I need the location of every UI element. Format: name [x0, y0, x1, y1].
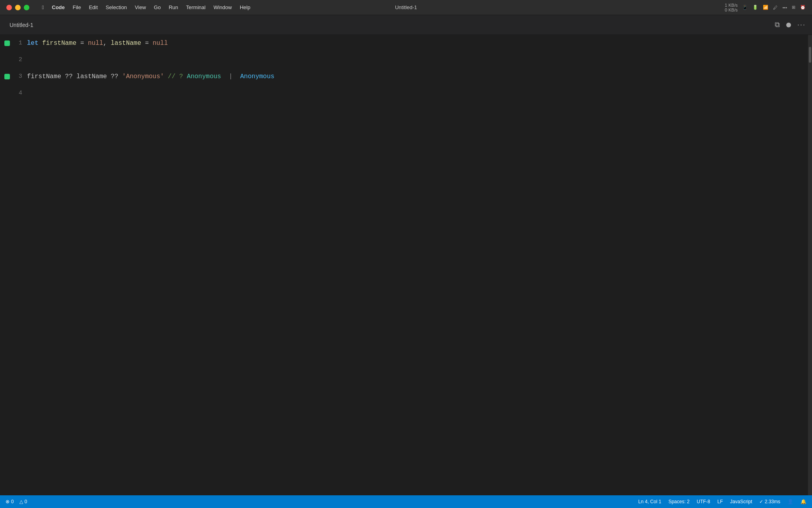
controlcenter-icon: ⊞	[792, 5, 795, 10]
token-null1: null	[88, 40, 103, 47]
code-content[interactable]: 1 let firstName = null, lastName = null …	[0, 35, 808, 495]
warning-count: 0	[25, 499, 27, 504]
siri-icon: ⏰	[800, 5, 806, 10]
menu-edit[interactable]: Edit	[86, 4, 101, 11]
token-fn: firstName	[27, 73, 61, 80]
editor-line-4: 4	[3, 85, 808, 102]
notifications-icon[interactable]: 🔔	[801, 499, 806, 504]
code-line-1: let firstName = null, lastName = null	[27, 35, 168, 52]
token-null2: null	[153, 40, 168, 47]
token-result1: Anonymous	[187, 73, 221, 80]
wifi-icon: 📶	[763, 5, 768, 10]
spaces[interactable]: Spaces: 2	[668, 499, 689, 504]
status-left: ⊗ 0 △ 0	[6, 499, 27, 504]
errors-item[interactable]: ⊗ 0	[6, 499, 14, 504]
finder-icon: 🖊	[773, 5, 778, 10]
window-title: Untitled-1	[395, 4, 417, 10]
menu-go[interactable]: Go	[151, 4, 164, 11]
line-number-4: 4	[11, 85, 27, 102]
menu-window[interactable]: Window	[210, 4, 235, 11]
status-bar: ⊗ 0 △ 0 Ln 4, Col 1 Spaces: 2 UTF-8 LF J…	[0, 495, 812, 508]
token-result2: Anonymous	[240, 73, 274, 80]
line-number-3: 3	[11, 68, 27, 85]
menu-help[interactable]: Help	[237, 4, 254, 11]
token-nullish2: ??	[107, 73, 122, 80]
accounts-icon[interactable]: 👤	[787, 499, 793, 504]
token-let: let	[27, 40, 42, 47]
title-bar-right: 1 KB/s 0 KB/s 📱 🔋 📶 🖊 ••• ⊞ ⏰	[725, 3, 806, 12]
breakpoint-2[interactable]	[3, 52, 11, 68]
language-mode[interactable]: JavaScript	[730, 499, 752, 504]
menu-selection[interactable]: Selection	[103, 4, 130, 11]
menu-code[interactable]: Code	[49, 4, 68, 11]
cursor-position[interactable]: Ln 4, Col 1	[638, 499, 661, 504]
breakpoint-dot-1	[4, 40, 10, 46]
battery-icon: 🔋	[753, 5, 758, 10]
unsaved-indicator	[786, 23, 791, 27]
status-right: Ln 4, Col 1 Spaces: 2 UTF-8 LF JavaScrip…	[638, 499, 806, 504]
split-editor-icon[interactable]: ⧉	[775, 21, 780, 29]
title-bar-left:  Code File Edit Selection View Go Run T…	[6, 4, 253, 11]
editor-line-3: 3 firstName ?? lastName ?? 'Anonymous' /…	[3, 68, 808, 85]
minimize-button[interactable]	[15, 5, 21, 10]
breakpoint-4[interactable]	[3, 85, 11, 102]
line-number-1: 1	[11, 35, 27, 52]
token-eq1: =	[77, 40, 88, 47]
token-lastname: lastName	[111, 40, 141, 47]
line-number-2: 2	[11, 52, 27, 68]
editor-area: 1 let firstName = null, lastName = null …	[0, 35, 812, 495]
editor-line-1: 1 let firstName = null, lastName = null	[3, 35, 808, 52]
title-bar:  Code File Edit Selection View Go Run T…	[0, 0, 812, 15]
traffic-lights	[6, 5, 29, 10]
timing: ✓ 2.33ms	[759, 499, 780, 504]
network-speed: 1 KB/s 0 KB/s	[725, 3, 737, 12]
tab-label: Untitled-1	[10, 22, 33, 28]
error-count: 0	[11, 499, 14, 504]
dots-icon: •••	[782, 5, 787, 10]
close-button[interactable]	[6, 5, 12, 10]
tab-right-icons: ⧉ ···	[775, 21, 806, 29]
menu-terminal[interactable]: Terminal	[183, 4, 209, 11]
maximize-button[interactable]	[24, 5, 29, 10]
editor-tab[interactable]: Untitled-1	[6, 20, 36, 30]
menu-file[interactable]: File	[69, 4, 84, 11]
menu-bar:  Code File Edit Selection View Go Run T…	[39, 4, 253, 11]
breakpoint-1[interactable]	[3, 35, 11, 52]
token-nullish1: ??	[61, 73, 76, 80]
line-ending[interactable]: LF	[717, 499, 723, 504]
iphone-icon: 📱	[742, 5, 748, 10]
tab-bar: Untitled-1 ⧉ ···	[0, 15, 812, 35]
scrollbar-thumb[interactable]	[809, 47, 811, 63]
token-ln: lastName	[77, 73, 107, 80]
code-line-3: firstName ?? lastName ?? 'Anonymous' // …	[27, 68, 274, 85]
breakpoint-3[interactable]	[3, 68, 11, 85]
token-string: 'Anonymous'	[122, 73, 164, 80]
warnings-item[interactable]: △ 0	[19, 499, 27, 504]
token-comma: ,	[103, 40, 111, 47]
token-pipe: |	[221, 73, 240, 80]
breakpoint-dot-3	[4, 74, 10, 79]
scrollbar-track[interactable]	[808, 35, 812, 495]
editor-line-2: 2	[3, 52, 808, 68]
apple-menu-icon[interactable]: 	[39, 4, 47, 11]
menu-view[interactable]: View	[132, 4, 149, 11]
error-icon: ⊗	[6, 499, 10, 504]
token-eq2: =	[141, 40, 153, 47]
more-actions-icon[interactable]: ···	[797, 21, 806, 29]
menu-run[interactable]: Run	[165, 4, 181, 11]
encoding[interactable]: UTF-8	[697, 499, 710, 504]
warning-icon: △	[19, 499, 23, 504]
token-comment: // ?	[164, 73, 187, 80]
token-firstname: firstName	[42, 40, 76, 47]
